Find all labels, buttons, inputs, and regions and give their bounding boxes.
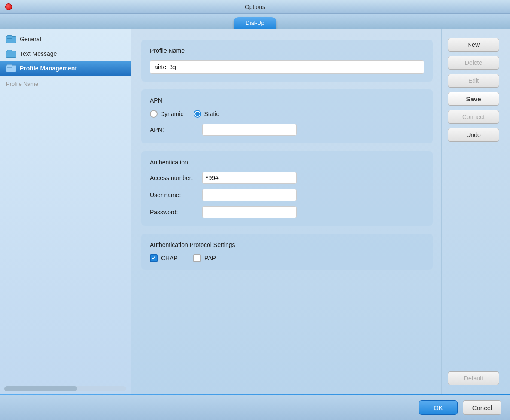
window-title: Options [245,3,265,10]
apn-static-radio-inner [195,112,200,116]
ok-button[interactable]: OK [419,400,458,415]
apn-field-label: APN: [150,126,197,133]
save-button[interactable]: Save [448,92,499,106]
apn-static-label: Static [204,110,219,117]
access-number-input[interactable] [202,172,297,184]
folder-icon-profile [6,64,15,72]
sidebar-item-general[interactable]: General [0,32,131,46]
apn-dynamic-label: Dynamic [160,110,183,117]
apn-input[interactable] [202,124,297,136]
username-label: User name: [150,192,197,198]
new-button[interactable]: New [448,38,499,52]
bottom-bar: OK Cancel [0,395,510,420]
access-number-label: Access number: [150,174,197,181]
password-input[interactable] [202,206,297,218]
folder-icon-text [6,50,15,58]
undo-button[interactable]: Undo [448,128,499,142]
sidebar: General Text Message Profile Management … [0,29,131,394]
access-number-row: Access number: [150,172,424,184]
pap-label: PAP [204,255,216,262]
auth-title: Authentication [150,159,424,166]
close-button[interactable] [5,3,12,10]
connect-button[interactable]: Connect [448,110,499,124]
folder-icon [6,35,15,43]
spacer [448,146,504,367]
sidebar-item-profilemanagement[interactable]: Profile Management [0,61,131,76]
chap-checkbox[interactable]: ✓ [150,254,158,262]
chap-checkmark: ✓ [152,256,156,261]
right-sidebar: New Delete Edit Save Connect Undo Defaul… [441,29,510,394]
tab-dialup[interactable]: Dial-Up [234,17,276,29]
auth-protocol-section: Authentication Protocol Settings ✓ CHAP … [141,234,433,270]
username-input[interactable] [202,189,297,201]
sidebar-item-label-profile: Profile Management [20,65,77,72]
main-layout: General Text Message Profile Management … [0,29,510,394]
sidebar-scrollbar [0,383,131,394]
pap-checkbox[interactable] [193,254,201,262]
sidebar-profile-label: Profile Name: [0,76,131,92]
auth-protocol-checkboxes: ✓ CHAP PAP [150,254,424,262]
apn-static-radio[interactable]: Static [194,110,219,118]
sidebar-item-label-textmessage: Text Message [20,50,57,57]
username-row: User name: [150,189,424,201]
default-button[interactable]: Default [448,371,499,385]
scrollbar-track[interactable] [4,386,126,391]
profile-name-title: Profile Name [150,47,424,54]
password-row: Password: [150,206,424,218]
profile-name-section: Profile Name [141,40,433,82]
content-area: Profile Name APN Dynamic Static [131,29,441,394]
apn-section: APN Dynamic Static APN: [141,89,433,143]
apn-dynamic-radio[interactable]: Dynamic [150,110,183,118]
chap-checkbox-item[interactable]: ✓ CHAP [150,254,178,262]
profile-name-input[interactable] [150,60,424,74]
edit-button[interactable]: Edit [448,74,499,88]
title-bar: Options [0,0,510,14]
auth-section: Authentication Access number: User name:… [141,151,433,226]
delete-button[interactable]: Delete [448,56,499,70]
sidebar-item-label-general: General [20,36,41,43]
auth-protocol-title: Authentication Protocol Settings [150,241,424,248]
tab-bar: Dial-Up [0,14,510,29]
pap-checkbox-item[interactable]: PAP [193,254,216,262]
sidebar-items: General Text Message Profile Management … [0,29,131,383]
apn-radio-group: Dynamic Static [150,110,424,118]
password-label: Password: [150,209,197,216]
cancel-button[interactable]: Cancel [463,400,501,415]
chap-label: CHAP [161,255,178,262]
apn-title: APN [150,97,424,104]
apn-static-radio-outer[interactable] [194,110,201,118]
apn-dynamic-radio-outer[interactable] [150,110,158,118]
scrollbar-thumb[interactable] [4,386,77,391]
sidebar-item-textmessage[interactable]: Text Message [0,46,131,61]
apn-field-row: APN: [150,124,424,136]
